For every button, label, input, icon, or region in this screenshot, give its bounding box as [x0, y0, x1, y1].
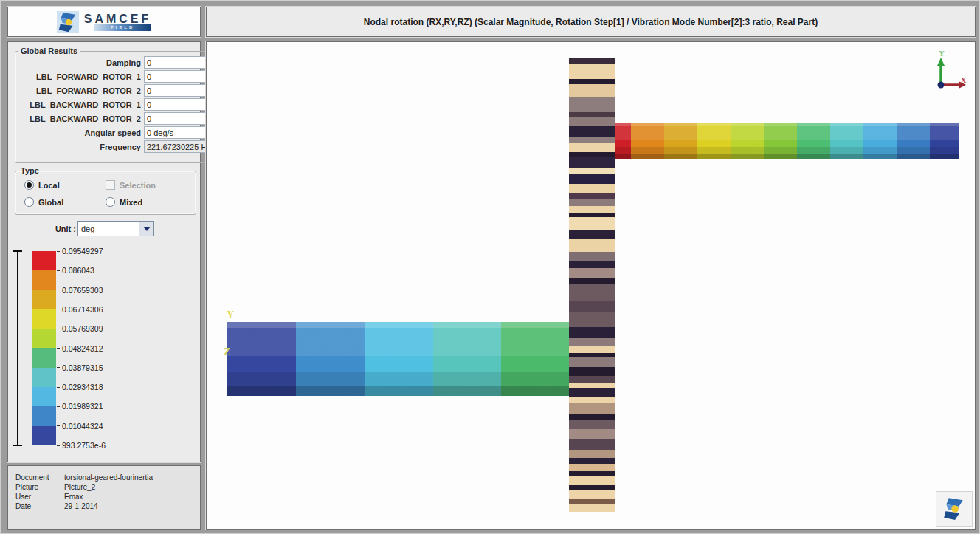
shaft-stripe	[569, 458, 615, 464]
shaft-stripe	[569, 301, 615, 312]
triad-x-label: X	[961, 76, 967, 84]
shaft-stripe	[569, 143, 615, 152]
doc-row-label: Picture	[15, 482, 64, 492]
shaft-stripe	[569, 278, 615, 284]
shaft-stripe	[569, 485, 615, 490]
shaft-stripe	[569, 504, 615, 512]
doc-row: UserEmax	[15, 492, 200, 502]
shaft-stripe	[569, 388, 615, 397]
doc-row-label: Date	[15, 502, 64, 511]
scale-tick	[57, 367, 60, 368]
result-segment	[365, 322, 433, 396]
app-logo: SAMCEF FIELD	[7, 7, 201, 37]
shaft-stripe	[569, 367, 615, 376]
shaft-stripe	[569, 79, 615, 84]
doc-row-value: Picture_2	[64, 482, 95, 492]
scale-tick	[57, 309, 60, 309]
brand-name: SAMCEF	[84, 13, 152, 24]
scale-tick	[57, 348, 60, 349]
triad-y-label: Y	[939, 49, 945, 58]
shaft-stripe	[569, 376, 615, 383]
scale-label: 0.01989321	[62, 402, 103, 411]
shaft-stripe	[569, 357, 615, 367]
scale-label: 993.2753e-6	[62, 441, 106, 450]
result-segment	[731, 123, 764, 159]
doc-row: Date29-1-2014	[15, 502, 200, 511]
shaft-stripe	[569, 84, 615, 97]
shaft-stripe	[569, 168, 615, 174]
scale-band	[32, 348, 56, 367]
shaft-stripe	[569, 239, 615, 252]
shaft-stripe	[569, 312, 615, 327]
shaft-stripe	[569, 397, 615, 403]
shaft-stripe	[569, 137, 615, 143]
samcef-watermark	[936, 491, 973, 527]
scale-band	[32, 309, 56, 329]
shaft-stripe	[569, 152, 615, 157]
color-scale-bands	[32, 251, 56, 445]
shaft-stripe	[569, 464, 615, 471]
view-title-bar: Nodal rotation (RX,RY,RZ) (Scalar Magnit…	[206, 7, 976, 37]
doc-row-value: 29-1-2014	[64, 502, 98, 511]
model-axis-y-label: Y	[227, 309, 234, 321]
scale-band	[32, 290, 56, 309]
scale-label: 0.09549297	[62, 247, 103, 256]
scale-band	[32, 387, 56, 406]
shaft-stripe	[569, 206, 615, 213]
shaft-stripe	[569, 58, 615, 64]
result-segment	[433, 322, 501, 396]
shaft-stripe	[569, 490, 615, 499]
shaft-stripe	[569, 261, 615, 268]
shaft-stripe	[569, 112, 615, 117]
result-segment	[227, 322, 296, 396]
shaft-stripe	[569, 174, 615, 184]
samcef-ribbon-icon	[57, 11, 79, 33]
result-segment	[797, 123, 830, 159]
result-segment	[830, 123, 863, 159]
scale-band	[32, 368, 56, 387]
model-viewport[interactable]: Y Z Y X	[206, 41, 976, 530]
app-window: SAMCEF FIELD Nodal rotation (RX,RY,RZ) (…	[0, 0, 980, 534]
result-segment	[897, 123, 930, 159]
document-info: Documenttorsional-geared-fourinertiaPict…	[7, 465, 201, 530]
shaft-stripe	[569, 199, 615, 206]
results-panel: Global Results DampingLBL_FORWARD_ROTOR_…	[7, 41, 201, 462]
scale-tick	[57, 445, 60, 446]
result-segment	[930, 123, 959, 159]
scale-bottom-cap	[13, 445, 22, 446]
rotor-bar-right	[615, 123, 959, 159]
scale-tick	[57, 251, 60, 252]
result-segment	[501, 322, 569, 396]
shaft-stripe	[569, 117, 615, 126]
shaft-stripe	[569, 476, 615, 485]
scale-label: 0.01044324	[62, 422, 103, 431]
scale-band	[32, 426, 56, 445]
samcef-ribbon-icon	[942, 496, 967, 521]
scale-range-line	[17, 251, 18, 445]
doc-row-label: Document	[15, 473, 64, 482]
scale-band	[32, 270, 56, 290]
shaft-stripe	[569, 268, 615, 278]
scale-label: 0.04824312	[62, 344, 103, 353]
scale-tick	[57, 290, 60, 290]
gear-shaft-stack	[569, 58, 615, 512]
scale-label: 0.06714306	[62, 305, 103, 314]
result-segment	[863, 123, 897, 159]
doc-row: Documenttorsional-geared-fourinertia	[15, 473, 200, 482]
shaft-stripe	[569, 420, 615, 429]
doc-row-label: User	[15, 492, 64, 502]
shaft-stripe	[569, 327, 615, 338]
result-segment	[764, 123, 797, 159]
model-axis-z-label: Z	[224, 346, 230, 358]
color-scale: 0.095492970.0860430.076593030.067143060.…	[8, 42, 201, 463]
result-segment	[615, 123, 631, 159]
result-segment	[631, 123, 664, 159]
shaft-stripe	[569, 346, 615, 353]
shaft-stripe	[569, 383, 615, 388]
shaft-stripe	[569, 230, 615, 239]
brand-sub: FIELD	[94, 24, 151, 31]
scale-label: 0.02934318	[62, 383, 103, 391]
shaft-stripe	[569, 429, 615, 439]
shaft-stripe	[569, 126, 615, 137]
shaft-stripe	[569, 252, 615, 261]
